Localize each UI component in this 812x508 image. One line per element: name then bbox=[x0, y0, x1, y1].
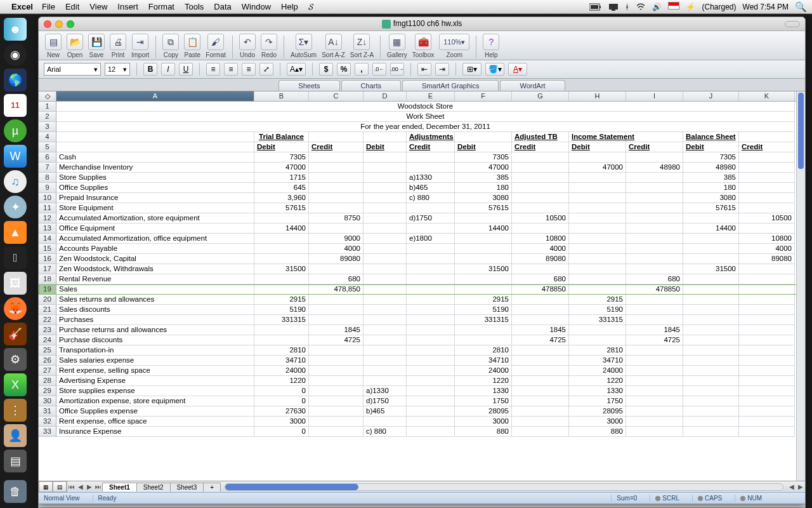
row-header[interactable]: 26 bbox=[39, 356, 56, 366]
cell[interactable]: 1845 bbox=[309, 325, 363, 335]
cell[interactable]: Transportation-in bbox=[56, 345, 254, 356]
percent-button[interactable]: % bbox=[337, 63, 351, 76]
cell[interactable] bbox=[309, 264, 363, 274]
cell[interactable] bbox=[407, 152, 455, 163]
cell[interactable] bbox=[363, 213, 407, 224]
cell[interactable]: 2915 bbox=[569, 295, 626, 305]
col-header-a[interactable]: A bbox=[56, 91, 254, 101]
cell[interactable] bbox=[683, 386, 739, 396]
view-mode-label[interactable]: Normal View bbox=[44, 495, 80, 502]
toolbox-button[interactable]: 🧰 bbox=[415, 34, 431, 50]
cell[interactable]: 89080 bbox=[739, 254, 795, 264]
sheet-tab-2[interactable]: Sheet2 bbox=[136, 483, 171, 491]
cell[interactable] bbox=[254, 244, 309, 254]
gallery-button[interactable]: ▦ bbox=[389, 34, 405, 50]
power-icon[interactable]: ⚡ bbox=[686, 3, 695, 11]
cell[interactable]: 4725 bbox=[309, 335, 363, 345]
cell[interactable]: Credit bbox=[626, 142, 683, 152]
cell[interactable]: Merchandise Inventory bbox=[56, 163, 254, 173]
row-header[interactable]: 6 bbox=[39, 152, 56, 163]
cell[interactable]: 180 bbox=[455, 183, 512, 193]
dock-itunes-icon[interactable]: ♫ bbox=[4, 170, 27, 193]
cell[interactable] bbox=[739, 173, 795, 183]
cell[interactable]: b)465 bbox=[363, 406, 407, 417]
indent-left-button[interactable]: ⇤ bbox=[417, 63, 431, 76]
dock-trash-icon[interactable]: 🗑 bbox=[4, 480, 27, 503]
col-header-g[interactable]: G bbox=[512, 91, 569, 101]
sheet-tab-1[interactable]: Sheet1 bbox=[102, 483, 137, 491]
cell[interactable] bbox=[309, 386, 363, 396]
wifi-icon[interactable] bbox=[636, 3, 646, 11]
cell[interactable]: For the year ended, December 31, 2011 bbox=[56, 122, 795, 132]
cell[interactable]: 2915 bbox=[254, 295, 309, 305]
cell[interactable] bbox=[309, 193, 363, 203]
menu-tools[interactable]: Tools bbox=[185, 2, 204, 11]
dock-safari-icon[interactable]: ✦ bbox=[4, 196, 27, 218]
row-header[interactable]: 27 bbox=[39, 366, 56, 376]
cell[interactable] bbox=[455, 274, 512, 284]
col-header-h[interactable]: H bbox=[569, 91, 626, 101]
cell[interactable] bbox=[739, 224, 795, 234]
horizontal-scrollbar[interactable] bbox=[225, 483, 783, 491]
cell[interactable] bbox=[363, 305, 407, 315]
row-header[interactable]: 22 bbox=[39, 315, 56, 325]
row-header[interactable]: 2 bbox=[39, 112, 56, 122]
cell[interactable] bbox=[363, 234, 407, 244]
cell[interactable]: 3080 bbox=[683, 193, 739, 203]
cell[interactable]: Debit bbox=[455, 142, 512, 152]
cell[interactable] bbox=[739, 335, 795, 345]
menu-format[interactable]: Format bbox=[148, 2, 174, 11]
cell[interactable] bbox=[407, 335, 455, 345]
cell[interactable] bbox=[407, 274, 455, 284]
cell[interactable] bbox=[512, 173, 569, 183]
cell[interactable]: 8750 bbox=[309, 213, 363, 224]
cell[interactable] bbox=[363, 224, 407, 234]
cell[interactable]: Sales discounts bbox=[56, 305, 254, 315]
cell[interactable]: 180 bbox=[683, 183, 739, 193]
cell[interactable]: 7305 bbox=[683, 152, 739, 163]
cell[interactable] bbox=[569, 234, 626, 244]
row-header[interactable]: 29 bbox=[39, 386, 56, 396]
cell[interactable] bbox=[254, 213, 309, 224]
cell[interactable] bbox=[683, 325, 739, 335]
flag-icon[interactable] bbox=[668, 2, 679, 11]
cell[interactable]: Debit bbox=[569, 142, 626, 152]
row-header[interactable]: 24 bbox=[39, 335, 56, 345]
cell[interactable]: 4000 bbox=[512, 244, 569, 254]
cell[interactable] bbox=[407, 396, 455, 406]
cell[interactable]: Debit bbox=[683, 142, 739, 152]
cell[interactable]: 0 bbox=[254, 386, 309, 396]
col-header-i[interactable]: I bbox=[626, 91, 683, 101]
inc-decimal-button[interactable]: .0← bbox=[372, 63, 386, 76]
battery-icon[interactable] bbox=[589, 3, 602, 11]
cell[interactable] bbox=[512, 183, 569, 193]
status-sum[interactable]: Sum=0 bbox=[611, 495, 637, 502]
cell[interactable]: e)1800 bbox=[407, 234, 455, 244]
cell[interactable] bbox=[407, 345, 455, 356]
save-button[interactable]: 💾 bbox=[88, 34, 105, 50]
cell[interactable]: 47000 bbox=[455, 163, 512, 173]
fill-color-button[interactable]: 🪣▾ bbox=[485, 63, 504, 76]
cell[interactable] bbox=[56, 132, 254, 142]
cell[interactable]: 5190 bbox=[455, 305, 512, 315]
cell[interactable] bbox=[254, 274, 309, 284]
cell[interactable] bbox=[512, 295, 569, 305]
cell[interactable]: 1845 bbox=[626, 325, 683, 335]
cell[interactable] bbox=[739, 203, 795, 213]
cell[interactable] bbox=[455, 325, 512, 335]
tab-smartart[interactable]: SmartArt Graphics bbox=[402, 80, 499, 91]
cell[interactable] bbox=[683, 417, 739, 427]
select-all-corner[interactable]: ◇ bbox=[39, 91, 56, 101]
row-header[interactable]: 28 bbox=[39, 376, 56, 386]
cell[interactable] bbox=[739, 345, 795, 356]
menu-help[interactable]: Help bbox=[281, 2, 298, 11]
cell[interactable]: Credit bbox=[407, 142, 455, 152]
cell[interactable]: 28095 bbox=[569, 406, 626, 417]
cell[interactable]: 24000 bbox=[455, 366, 512, 376]
cell[interactable] bbox=[407, 315, 455, 325]
cell[interactable]: 28095 bbox=[455, 406, 512, 417]
cell[interactable]: 2915 bbox=[455, 295, 512, 305]
cell[interactable] bbox=[407, 163, 455, 173]
cell[interactable] bbox=[455, 254, 512, 264]
view-normal-button[interactable]: ▦ bbox=[39, 481, 53, 492]
